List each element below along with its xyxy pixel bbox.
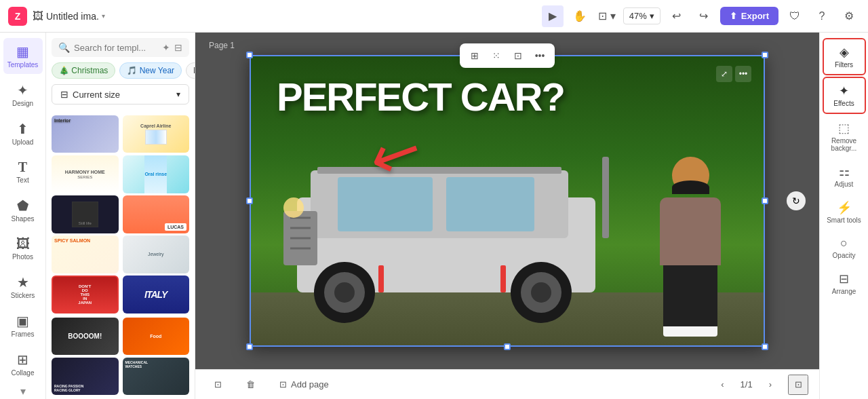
app-logo[interactable]: Z: [8, 7, 27, 26]
sidebar-item-filters[interactable]: ◈ Filters: [823, 38, 866, 75]
arrange-label: Arrange: [832, 288, 856, 295]
handle-top-left[interactable]: [246, 52, 253, 58]
page-indicator: 1/1: [741, 379, 753, 390]
template-grid: Interior Caprel Airline HARMONY HOMESERI…: [46, 110, 195, 399]
topbar-right: ⬆ Export 🛡 ? ⚙: [720, 5, 860, 27]
handle-left[interactable]: [246, 197, 253, 204]
canvas-main-text: PERFECT CAR?: [277, 75, 564, 119]
sidebar-item-photos[interactable]: 🖼 Photos: [3, 231, 43, 266]
canvas-more-options-icon[interactable]: •••: [735, 66, 751, 82]
filter-adjust-icon: ⊟: [60, 89, 68, 100]
chip-christmas[interactable]: 🎄 Christmas: [52, 62, 115, 79]
svg-point-15: [283, 197, 304, 218]
bottom-bar: ⊡ 🗑 ⊡ Add page ‹ 1/1 › ⊡: [195, 369, 819, 399]
present-button[interactable]: ⊡: [509, 46, 528, 65]
template-card[interactable]: BOOOOM!: [52, 318, 119, 355]
svg-rect-19: [602, 157, 609, 238]
ai-search-icon: ✦: [162, 42, 170, 53]
refresh-button[interactable]: ↻: [787, 191, 806, 210]
handle-bottom-left[interactable]: [246, 343, 253, 350]
redo-button[interactable]: ↪: [693, 5, 715, 27]
sidebar-label-upload: Upload: [12, 138, 34, 146]
sidebar-item-collage[interactable]: ⊞ Collage: [3, 346, 43, 382]
panel-chips: 🎄 Christmas 🎵 New Year Mo...: [46, 62, 195, 84]
search-bar[interactable]: 🔍 ✦ ⊟: [52, 38, 189, 57]
template-card[interactable]: SPICY SALMON: [52, 235, 119, 273]
undo-button[interactable]: ↩: [666, 5, 688, 27]
sidebar-item-opacity[interactable]: ○ Opacity: [823, 231, 866, 265]
sidebar-item-smart-tools[interactable]: ⚡ Smart tools: [823, 195, 866, 229]
canvas-more-button[interactable]: •••: [530, 46, 549, 65]
help-icon-button[interactable]: ?: [811, 5, 833, 27]
expand-icon[interactable]: ⤢: [716, 66, 732, 82]
sidebar-item-upload[interactable]: ⬆ Upload: [3, 115, 43, 151]
template-card[interactable]: MECHANICALWATCHES: [123, 358, 190, 395]
settings-icon-button[interactable]: ⚙: [838, 5, 860, 27]
template-card[interactable]: Oral rinse: [123, 155, 190, 193]
sidebar-item-adjust[interactable]: ⚏ Adjust: [823, 159, 866, 193]
next-page-button[interactable]: ›: [761, 375, 780, 394]
template-card[interactable]: Interior: [52, 115, 119, 153]
template-card[interactable]: ITALY: [123, 276, 190, 313]
panel-filter-button[interactable]: ⊟ Current size ▾: [52, 84, 189, 104]
pan-tool-button[interactable]: ✋: [569, 5, 591, 27]
delete-button[interactable]: 🗑: [238, 375, 263, 394]
add-library-icon: ⊡: [214, 379, 222, 390]
fullscreen-button[interactable]: ⊡: [788, 375, 808, 395]
handle-top-right[interactable]: [762, 52, 768, 58]
sidebar-item-arrange[interactable]: ⊟ Arrange: [823, 266, 866, 301]
adjust-label: Adjust: [835, 180, 854, 188]
title-chevron-icon: ▾: [102, 12, 105, 20]
doc-icon: 🖼: [33, 10, 43, 22]
grid-dots-button[interactable]: ⁙: [487, 46, 506, 65]
handle-bottom-right[interactable]: [762, 343, 768, 350]
filters-label: Filters: [835, 61, 853, 69]
sidebar-item-remove-bg[interactable]: ⬚ Remove backgr...: [823, 115, 866, 157]
search-input[interactable]: [74, 43, 158, 53]
template-card[interactable]: HARMONY HOMESERIES: [52, 155, 119, 193]
add-page-button[interactable]: ⊡ Add page: [271, 375, 337, 394]
chip-more[interactable]: Mo...: [186, 62, 195, 79]
smart-tools-label: Smart tools: [827, 216, 861, 224]
template-card[interactable]: LUCAS: [123, 195, 190, 233]
sidebar-collapse-button[interactable]: ▾: [12, 385, 34, 398]
chip-newyear[interactable]: 🎵 New Year: [119, 62, 182, 79]
sidebar-item-text[interactable]: T Text: [3, 154, 43, 189]
canvas-tr-icons: ⤢ •••: [716, 66, 751, 82]
export-button[interactable]: ⬆ Export: [720, 7, 778, 25]
right-sidebar: ◈ Filters ✦ Effects ⬚ Remove backgr... ⚏…: [819, 33, 868, 399]
effects-icon: ✦: [839, 83, 849, 98]
sidebar-item-shapes[interactable]: ⬟ Shapes: [3, 192, 43, 228]
select-tool-button[interactable]: ▶: [542, 5, 564, 27]
design-icon: ✦: [17, 82, 28, 98]
add-to-library-button[interactable]: ⊡: [206, 375, 230, 394]
sidebar-item-effects[interactable]: ✦ Effects: [823, 77, 866, 114]
filters-icon: ◈: [840, 45, 849, 60]
topbar-left: Z 🖼 Untitled ima. ▾: [8, 7, 536, 26]
doc-title-area[interactable]: 🖼 Untitled ima. ▾: [33, 10, 105, 22]
chip-more-label: Mo...: [193, 66, 195, 75]
canvas-main: Page 1 ⊞ ⁙ ⊡ •••: [195, 33, 819, 369]
shield-icon-button[interactable]: 🛡: [784, 5, 806, 27]
sidebar-item-frames[interactable]: ▣ Frames: [3, 307, 43, 343]
template-card[interactable]: DON'TDOTHISINJAPAN: [52, 276, 119, 313]
topbar-center-tools: ▶ ✋ ⊡ ▾ 47% ▾ ↩ ↪: [542, 5, 715, 27]
handle-bottom[interactable]: [504, 343, 511, 350]
handle-right[interactable]: [762, 197, 768, 204]
grid-lines-button[interactable]: ⊞: [465, 46, 484, 65]
zoom-selector[interactable]: 47% ▾: [623, 7, 660, 24]
canvas-frame[interactable]: PERFECT CAR? ↙: [250, 55, 765, 347]
sidebar-item-templates[interactable]: ▦ Templates: [3, 38, 43, 74]
template-card[interactable]: Jewelry: [123, 235, 190, 273]
template-card[interactable]: RACING PASSIONRACING GLORY: [52, 358, 119, 395]
prev-page-button[interactable]: ‹: [713, 375, 732, 394]
frame-tool-button[interactable]: ⊡ ▾: [596, 5, 618, 27]
sidebar-item-design[interactable]: ✦ Design: [3, 77, 43, 113]
svg-point-6: [334, 282, 355, 303]
sidebar-item-stickers[interactable]: ★ Stickers: [3, 269, 43, 305]
template-card[interactable]: Still life: [52, 195, 119, 233]
svg-rect-3: [446, 177, 534, 231]
template-card[interactable]: Caprel Airline: [123, 115, 190, 153]
template-card[interactable]: Food: [123, 318, 190, 355]
chip-christmas-label: 🎄 Christmas: [59, 66, 108, 75]
